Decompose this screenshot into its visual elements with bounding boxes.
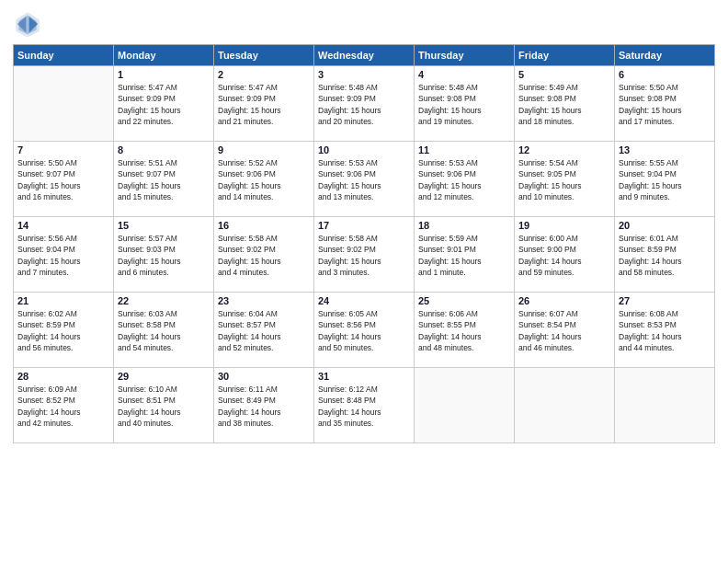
day-number: 16 [218, 220, 310, 231]
calendar-cell: 30Sunrise: 6:11 AM Sunset: 8:49 PM Dayli… [214, 368, 314, 443]
day-info: Sunrise: 5:48 AM Sunset: 9:09 PM Dayligh… [318, 82, 410, 127]
calendar-table: SundayMondayTuesdayWednesdayThursdayFrid… [13, 44, 715, 443]
calendar-cell [415, 368, 515, 443]
day-number: 13 [619, 144, 711, 155]
day-info: Sunrise: 5:57 AM Sunset: 9:03 PM Dayligh… [118, 233, 210, 278]
day-number: 14 [17, 220, 109, 231]
day-info: Sunrise: 5:59 AM Sunset: 9:01 PM Dayligh… [418, 233, 510, 278]
calendar-cell: 3Sunrise: 5:48 AM Sunset: 9:09 PM Daylig… [314, 66, 415, 142]
calendar-cell: 10Sunrise: 5:53 AM Sunset: 9:06 PM Dayli… [314, 142, 415, 217]
day-info: Sunrise: 6:05 AM Sunset: 8:56 PM Dayligh… [318, 308, 410, 353]
day-number: 12 [518, 144, 610, 155]
day-number: 8 [118, 144, 210, 155]
day-number: 1 [118, 69, 210, 80]
calendar-cell: 20Sunrise: 6:01 AM Sunset: 8:59 PM Dayli… [615, 217, 715, 293]
logo [13, 9, 46, 39]
day-number: 5 [518, 69, 610, 80]
day-info: Sunrise: 6:08 AM Sunset: 8:53 PM Dayligh… [619, 308, 711, 353]
week-row-1: 1Sunrise: 5:47 AM Sunset: 9:09 PM Daylig… [14, 66, 715, 142]
weekday-header-wednesday: Wednesday [314, 45, 415, 66]
calendar-cell: 18Sunrise: 5:59 AM Sunset: 9:01 PM Dayli… [415, 217, 515, 293]
weekday-header-tuesday: Tuesday [214, 45, 314, 66]
day-number: 22 [118, 295, 210, 306]
calendar-cell: 23Sunrise: 6:04 AM Sunset: 8:57 PM Dayli… [214, 293, 314, 368]
calendar-cell: 6Sunrise: 5:50 AM Sunset: 9:08 PM Daylig… [615, 66, 715, 142]
day-info: Sunrise: 6:11 AM Sunset: 8:49 PM Dayligh… [218, 384, 310, 429]
day-number: 9 [218, 144, 310, 155]
day-number: 20 [619, 220, 711, 231]
day-number: 17 [318, 220, 410, 231]
day-number: 3 [318, 69, 410, 80]
week-row-3: 14Sunrise: 5:56 AM Sunset: 9:04 PM Dayli… [14, 217, 715, 293]
day-info: Sunrise: 6:09 AM Sunset: 8:52 PM Dayligh… [17, 384, 109, 429]
calendar-cell: 28Sunrise: 6:09 AM Sunset: 8:52 PM Dayli… [14, 368, 114, 443]
day-info: Sunrise: 6:00 AM Sunset: 9:00 PM Dayligh… [518, 233, 610, 278]
calendar-cell: 31Sunrise: 6:12 AM Sunset: 8:48 PM Dayli… [314, 368, 415, 443]
calendar-cell: 19Sunrise: 6:00 AM Sunset: 9:00 PM Dayli… [515, 217, 615, 293]
calendar-cell: 16Sunrise: 5:58 AM Sunset: 9:02 PM Dayli… [214, 217, 314, 293]
page-container: SundayMondayTuesdayWednesdayThursdayFrid… [0, 0, 728, 563]
calendar-cell: 29Sunrise: 6:10 AM Sunset: 8:51 PM Dayli… [114, 368, 214, 443]
day-number: 28 [17, 371, 109, 382]
weekday-header-row: SundayMondayTuesdayWednesdayThursdayFrid… [14, 45, 715, 66]
day-number: 29 [118, 371, 210, 382]
day-info: Sunrise: 5:47 AM Sunset: 9:09 PM Dayligh… [218, 82, 310, 127]
day-info: Sunrise: 5:54 AM Sunset: 9:05 PM Dayligh… [518, 157, 610, 202]
day-info: Sunrise: 5:47 AM Sunset: 9:09 PM Dayligh… [118, 82, 210, 127]
day-info: Sunrise: 5:52 AM Sunset: 9:06 PM Dayligh… [218, 157, 310, 202]
day-info: Sunrise: 6:01 AM Sunset: 8:59 PM Dayligh… [619, 233, 711, 278]
day-info: Sunrise: 5:50 AM Sunset: 9:08 PM Dayligh… [619, 82, 711, 127]
day-number: 18 [418, 220, 510, 231]
day-info: Sunrise: 6:07 AM Sunset: 8:54 PM Dayligh… [518, 308, 610, 353]
weekday-header-sunday: Sunday [14, 45, 114, 66]
day-number: 10 [318, 144, 410, 155]
day-info: Sunrise: 6:12 AM Sunset: 8:48 PM Dayligh… [318, 384, 410, 429]
day-number: 4 [418, 69, 510, 80]
day-info: Sunrise: 5:53 AM Sunset: 9:06 PM Dayligh… [318, 157, 410, 202]
calendar-cell: 27Sunrise: 6:08 AM Sunset: 8:53 PM Dayli… [615, 293, 715, 368]
day-number: 23 [218, 295, 310, 306]
weekday-header-friday: Friday [515, 45, 615, 66]
day-info: Sunrise: 5:55 AM Sunset: 9:04 PM Dayligh… [619, 157, 711, 202]
day-info: Sunrise: 6:02 AM Sunset: 8:59 PM Dayligh… [17, 308, 109, 353]
calendar-cell: 22Sunrise: 6:03 AM Sunset: 8:58 PM Dayli… [114, 293, 214, 368]
day-info: Sunrise: 5:51 AM Sunset: 9:07 PM Dayligh… [118, 157, 210, 202]
calendar-cell [515, 368, 615, 443]
day-info: Sunrise: 5:56 AM Sunset: 9:04 PM Dayligh… [17, 233, 109, 278]
day-number: 21 [17, 295, 109, 306]
calendar-cell: 7Sunrise: 5:50 AM Sunset: 9:07 PM Daylig… [14, 142, 114, 217]
day-number: 19 [518, 220, 610, 231]
day-info: Sunrise: 5:50 AM Sunset: 9:07 PM Dayligh… [17, 157, 109, 202]
calendar-cell: 15Sunrise: 5:57 AM Sunset: 9:03 PM Dayli… [114, 217, 214, 293]
calendar-cell: 21Sunrise: 6:02 AM Sunset: 8:59 PM Dayli… [14, 293, 114, 368]
day-info: Sunrise: 5:48 AM Sunset: 9:08 PM Dayligh… [418, 82, 510, 127]
day-info: Sunrise: 5:58 AM Sunset: 9:02 PM Dayligh… [218, 233, 310, 278]
page-header [13, 9, 715, 39]
calendar-cell: 25Sunrise: 6:06 AM Sunset: 8:55 PM Dayli… [415, 293, 515, 368]
calendar-cell: 12Sunrise: 5:54 AM Sunset: 9:05 PM Dayli… [515, 142, 615, 217]
day-number: 31 [318, 371, 410, 382]
day-info: Sunrise: 6:03 AM Sunset: 8:58 PM Dayligh… [118, 308, 210, 353]
weekday-header-saturday: Saturday [615, 45, 715, 66]
calendar-cell [615, 368, 715, 443]
calendar-cell: 8Sunrise: 5:51 AM Sunset: 9:07 PM Daylig… [114, 142, 214, 217]
day-info: Sunrise: 5:58 AM Sunset: 9:02 PM Dayligh… [318, 233, 410, 278]
day-info: Sunrise: 6:04 AM Sunset: 8:57 PM Dayligh… [218, 308, 310, 353]
day-info: Sunrise: 6:06 AM Sunset: 8:55 PM Dayligh… [418, 308, 510, 353]
day-number: 27 [619, 295, 711, 306]
day-number: 24 [318, 295, 410, 306]
calendar-cell: 24Sunrise: 6:05 AM Sunset: 8:56 PM Dayli… [314, 293, 415, 368]
day-number: 6 [619, 69, 711, 80]
calendar-cell [14, 66, 114, 142]
day-number: 2 [218, 69, 310, 80]
calendar-cell: 26Sunrise: 6:07 AM Sunset: 8:54 PM Dayli… [515, 293, 615, 368]
calendar-cell: 11Sunrise: 5:53 AM Sunset: 9:06 PM Dayli… [415, 142, 515, 217]
calendar-cell: 4Sunrise: 5:48 AM Sunset: 9:08 PM Daylig… [415, 66, 515, 142]
week-row-5: 28Sunrise: 6:09 AM Sunset: 8:52 PM Dayli… [14, 368, 715, 443]
day-number: 15 [118, 220, 210, 231]
calendar-cell: 1Sunrise: 5:47 AM Sunset: 9:09 PM Daylig… [114, 66, 214, 142]
day-number: 26 [518, 295, 610, 306]
calendar-cell: 14Sunrise: 5:56 AM Sunset: 9:04 PM Dayli… [14, 217, 114, 293]
day-number: 7 [17, 144, 109, 155]
day-number: 25 [418, 295, 510, 306]
